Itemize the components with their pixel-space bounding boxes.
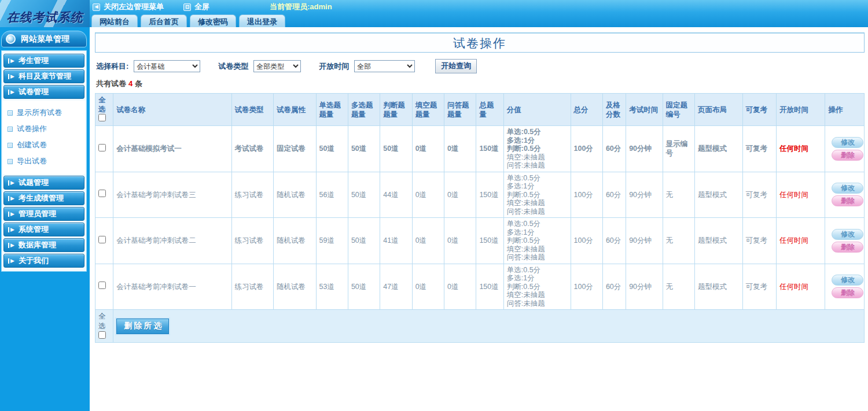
multi-count: 50道 xyxy=(348,264,380,310)
sidebar-item-score-management[interactable]: ▶ 考生成绩管理 xyxy=(3,191,84,205)
single-count: 50道 xyxy=(316,126,348,172)
sidebar-item-label: 数据库管理 xyxy=(19,240,56,250)
retake: 可复考 xyxy=(742,264,776,310)
open-time: 任何时间 xyxy=(776,172,825,218)
edit-button[interactable]: 修改 xyxy=(832,229,863,240)
count-suffix: 条 xyxy=(135,79,142,88)
select-all-checkbox[interactable] xyxy=(98,114,106,121)
exam-paper-row: 会计基础模拟考试一考试试卷固定试卷50道50道50道0道0道150道单选:0.5… xyxy=(95,126,865,172)
submenu-export-paper[interactable]: 导出试卷 xyxy=(6,153,83,169)
square-bullet-icon xyxy=(8,159,13,164)
subject-select[interactable]: 会计基础 xyxy=(134,60,200,72)
score-line: 判断:0.5分 xyxy=(507,191,568,199)
sidebar-item-system-management[interactable]: ▶ 系统管理 xyxy=(3,223,84,236)
paper-type: 练习试卷 xyxy=(231,218,273,264)
delete-button[interactable]: 删除 xyxy=(832,150,863,161)
footer-select-all-label: 全选 xyxy=(98,312,110,331)
paper-type: 考试试卷 xyxy=(231,126,273,172)
row-checkbox[interactable] xyxy=(98,144,106,151)
fixed-number: 无 xyxy=(663,172,694,218)
judge-count: 44道 xyxy=(380,172,412,218)
score-line: 填空:未抽题 xyxy=(507,153,568,162)
sidebar-item-label: 科目及章节管理 xyxy=(19,71,71,82)
submenu-create-paper[interactable]: 创建试卷 xyxy=(6,137,83,153)
open-time: 任何时间 xyxy=(776,218,825,264)
footer-select-all-cell: 全选 xyxy=(95,310,113,343)
total-count: 150道 xyxy=(476,126,503,172)
single-count: 56道 xyxy=(316,172,348,218)
play-icon: ▶ xyxy=(8,58,14,64)
paper-attribute: 随机试卷 xyxy=(274,172,316,218)
square-bullet-icon xyxy=(8,110,13,116)
edit-button[interactable]: 修改 xyxy=(832,183,863,194)
close-menu-label: 关闭左边管理菜单 xyxy=(104,2,164,12)
open-time-select[interactable]: 全部 xyxy=(354,60,415,72)
sidebar-item-examinee-management[interactable]: ▶ 考生管理 xyxy=(3,54,84,68)
col-actions: 操作 xyxy=(825,94,865,126)
sidebar-item-exam-paper-management[interactable]: ▶ 试卷管理 xyxy=(3,85,84,99)
score-line: 填空:未抽题 xyxy=(507,199,568,208)
score-line: 判断:0.5分 xyxy=(507,236,568,245)
judge-count: 47道 xyxy=(380,264,412,310)
delete-selected-button[interactable]: 删除所选 xyxy=(116,319,169,334)
exam-time: 90分钟 xyxy=(626,126,663,172)
play-icon: ▶ xyxy=(8,74,14,79)
delete-button[interactable]: 删除 xyxy=(832,195,863,206)
exam-time: 90分钟 xyxy=(626,218,663,264)
select-all-label: 全选 xyxy=(98,95,110,114)
paper-attribute: 固定试卷 xyxy=(274,126,316,172)
sidebar-item-admin-management[interactable]: ▶ 管理员管理 xyxy=(3,207,84,221)
row-checkbox[interactable] xyxy=(98,236,106,243)
qa-count: 0道 xyxy=(444,172,476,218)
paper-type: 练习试卷 xyxy=(231,172,273,218)
col-score-values: 分值 xyxy=(503,94,571,126)
paper-type: 练习试卷 xyxy=(231,264,273,310)
col-pass-score: 及格分数 xyxy=(602,94,626,126)
subject-filter-label: 选择科目: xyxy=(96,61,128,72)
table-footer-row: 全选 删除所选 xyxy=(95,310,865,343)
pass-score: 60分 xyxy=(602,218,626,264)
blank-count: 0道 xyxy=(412,218,444,264)
exam-paper-submenu: 显示所有试卷 试卷操作 创建试卷 导出试卷 xyxy=(3,101,85,174)
fixed-number: 显示编号 xyxy=(663,126,694,172)
row-checkbox[interactable] xyxy=(98,190,106,197)
sidebar-item-subject-chapter-management[interactable]: ▶ 科目及章节管理 xyxy=(3,69,84,83)
pass-score: 60分 xyxy=(602,264,626,310)
blank-count: 0道 xyxy=(412,264,444,310)
sidebar-item-label: 管理员管理 xyxy=(19,209,56,219)
single-count: 59道 xyxy=(316,218,348,264)
submenu-label: 显示所有试卷 xyxy=(17,108,62,118)
score-line: 判断:0.5分 xyxy=(507,145,568,153)
submenu-show-all-papers[interactable]: 显示所有试卷 xyxy=(6,105,83,121)
score-values: 单选:0.5分多选:1分判断:0.5分填空:未抽题问答:未抽题 xyxy=(503,264,571,310)
fullscreen-label: 全屏 xyxy=(194,2,209,12)
row-actions: 修改删除 xyxy=(825,172,865,218)
delete-button[interactable]: 删除 xyxy=(832,287,863,298)
row-checkbox[interactable] xyxy=(98,282,106,289)
col-paper-name: 试卷名称 xyxy=(113,94,231,126)
exam-time: 90分钟 xyxy=(626,172,663,218)
paper-type-select[interactable]: 全部类型 xyxy=(253,60,301,72)
paper-name: 会计基础考前冲刺试卷二 xyxy=(113,218,231,264)
fullscreen-toggle[interactable]: 全屏 xyxy=(183,2,209,12)
fixed-number: 无 xyxy=(663,218,694,264)
exam-table-body: 会计基础模拟考试一考试试卷固定试卷50道50道50道0道0道150道单选:0.5… xyxy=(95,126,865,310)
sidebar-item-about-us[interactable]: ▶ 关于我们 xyxy=(3,254,84,268)
retake: 可复考 xyxy=(742,126,776,172)
col-open-time: 开放时间 xyxy=(776,94,825,126)
col-exam-time: 考试时间 xyxy=(626,94,663,126)
delete-button[interactable]: 删除 xyxy=(832,242,863,253)
query-button[interactable]: 开始查询 xyxy=(435,59,477,73)
footer-select-all-checkbox[interactable] xyxy=(98,331,106,339)
score-line: 单选:0.5分 xyxy=(507,128,568,136)
sidebar-item-database-management[interactable]: ▶ 数据库管理 xyxy=(3,238,84,252)
score-line: 单选:0.5分 xyxy=(507,266,568,275)
edit-button[interactable]: 修改 xyxy=(832,275,863,286)
submenu-paper-operations[interactable]: 试卷操作 xyxy=(6,121,83,137)
edit-button[interactable]: 修改 xyxy=(832,137,863,148)
total-score: 100分 xyxy=(571,126,602,172)
sidebar-item-question-management[interactable]: ▶ 试题管理 xyxy=(3,176,84,190)
retake: 可复考 xyxy=(742,172,776,218)
play-icon: ▶ xyxy=(8,227,14,232)
close-left-menu[interactable]: ◀ 关闭左边管理菜单 xyxy=(93,2,164,12)
